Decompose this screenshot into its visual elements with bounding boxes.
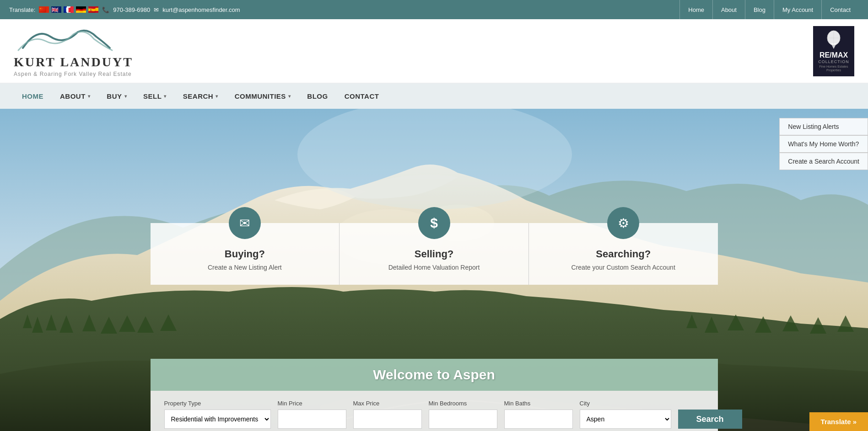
remax-balloon-icon — [825, 30, 843, 50]
cta-searching[interactable]: ⚙ Searching? Create your Custom Search A… — [529, 223, 718, 285]
welcome-text: Welcome to Aspen — [373, 367, 495, 382]
flag-de[interactable]: 🇩🇪 — [76, 6, 86, 13]
top-bar-left: Translate: 🇨🇳 🇬🇧 🇫🇷 🇩🇪 🇪🇸 📞 970-389-6980… — [9, 6, 240, 13]
nav-communities[interactable]: COMMUNITIES ▾ — [226, 83, 299, 109]
chevron-sell-icon: ▾ — [164, 94, 167, 99]
gear-icon: ⚙ — [618, 216, 629, 231]
min-bedrooms-input[interactable] — [429, 410, 497, 429]
max-price-input[interactable] — [353, 410, 422, 429]
max-price-label: Max Price — [353, 400, 422, 407]
selling-icon-circle: $ — [418, 207, 450, 239]
min-price-group: Min Price — [278, 400, 346, 429]
nav-about[interactable]: ABOUT ▾ — [52, 83, 98, 109]
chevron-communities-icon: ▾ — [288, 94, 291, 99]
max-price-group: Max Price — [353, 400, 422, 429]
city-label: City — [580, 400, 671, 407]
top-bar-nav: Home About Blog My Account Contact — [679, 0, 859, 19]
search-panel: Welcome to Aspen Property Type Residenti… — [151, 359, 718, 431]
chevron-about-icon: ▾ — [88, 94, 91, 99]
nav-blog[interactable]: BLOG — [299, 83, 336, 109]
selling-title: Selling? — [415, 248, 454, 260]
envelope-icon: ✉ — [239, 216, 250, 231]
topnav-home[interactable]: Home — [679, 0, 712, 19]
nav-search[interactable]: SEARCH ▾ — [175, 83, 226, 109]
nav-home[interactable]: HOME — [14, 83, 52, 109]
logo-svg — [14, 25, 114, 53]
search-button[interactable]: Search — [678, 410, 742, 429]
translate-label: Translate: — [9, 6, 35, 13]
search-welcome-banner: Welcome to Aspen — [151, 359, 718, 391]
dollar-icon: $ — [430, 215, 438, 231]
phone-icon: 📞 — [102, 6, 109, 13]
flag-cn[interactable]: 🇨🇳 — [39, 6, 49, 13]
flag-uk[interactable]: 🇬🇧 — [51, 6, 61, 13]
remax-fine-text: Fine Homes Estates Properties — [815, 65, 852, 73]
buying-icon-circle: ✉ — [229, 207, 261, 239]
searching-subtitle: Create your Custom Search Account — [571, 264, 675, 271]
property-type-label: Property Type — [164, 400, 271, 407]
min-baths-group: Min Baths — [504, 400, 573, 429]
buying-subtitle: Create a New Listing Alert — [208, 264, 282, 271]
logo-tagline: Aspen & Roaring Fork Valley Real Estate — [14, 71, 132, 77]
flag-es[interactable]: 🇪🇸 — [88, 6, 98, 13]
header: KURT LANDUYT Aspen & Roaring Fork Valley… — [0, 19, 868, 83]
email-address: kurt@aspenhomesfinder.com — [162, 6, 240, 13]
hero: New Listing Alerts What's My Home Worth?… — [0, 109, 868, 431]
cta-buying[interactable]: ✉ Buying? Create a New Listing Alert — [151, 223, 340, 285]
logo-area: KURT LANDUYT Aspen & Roaring Fork Valley… — [14, 25, 133, 77]
top-bar: Translate: 🇨🇳 🇬🇧 🇫🇷 🇩🇪 🇪🇸 📞 970-389-6980… — [0, 0, 868, 19]
new-listing-alerts-btn[interactable]: New Listing Alerts — [779, 118, 868, 135]
property-type-select[interactable]: Residential with Improvements Vacant Lan… — [164, 410, 271, 429]
min-baths-label: Min Baths — [504, 400, 573, 407]
nav-sell[interactable]: SELL ▾ — [135, 83, 175, 109]
main-nav: HOME ABOUT ▾ BUY ▾ SELL ▾ SEARCH ▾ COMMU… — [0, 83, 868, 109]
chevron-buy-icon: ▾ — [124, 94, 127, 99]
selling-subtitle: Detailed Home Valuation Report — [388, 264, 480, 271]
topnav-myaccount[interactable]: My Account — [774, 0, 821, 19]
city-select[interactable]: Aspen Basalt Carbondale Glenwood Springs… — [580, 410, 671, 429]
buying-title: Buying? — [225, 248, 265, 260]
remax-text: RE/MAX — [819, 51, 848, 59]
remax-collection: COLLECTION — [818, 59, 849, 64]
topnav-about[interactable]: About — [712, 0, 745, 19]
city-group: City Aspen Basalt Carbondale Glenwood Sp… — [580, 400, 671, 429]
min-price-label: Min Price — [278, 400, 346, 407]
email-icon: ✉ — [154, 6, 159, 13]
nav-contact[interactable]: CONTACT — [336, 83, 388, 109]
min-bedrooms-group: Min Bedrooms — [429, 400, 497, 429]
remax-badge: RE/MAX COLLECTION Fine Homes Estates Pro… — [813, 26, 854, 76]
nav-buy[interactable]: BUY ▾ — [98, 83, 135, 109]
translate-bar[interactable]: Translate » — [809, 412, 868, 431]
min-bedrooms-label: Min Bedrooms — [429, 400, 497, 407]
sidebar-buttons: New Listing Alerts What's My Home Worth?… — [779, 118, 868, 170]
search-form: Property Type Residential with Improveme… — [151, 391, 718, 431]
property-type-group: Property Type Residential with Improveme… — [164, 400, 271, 429]
create-search-account-btn[interactable]: Create a Search Account — [779, 153, 868, 170]
searching-title: Searching? — [596, 248, 651, 260]
topnav-contact[interactable]: Contact — [821, 0, 859, 19]
whats-my-home-worth-btn[interactable]: What's My Home Worth? — [779, 135, 868, 153]
logo-name: KURT LANDUYT — [14, 55, 133, 69]
phone-number: 970-389-6980 — [113, 6, 150, 13]
min-baths-input[interactable] — [504, 410, 573, 429]
flag-group: 🇨🇳 🇬🇧 🇫🇷 🇩🇪 🇪🇸 — [39, 6, 98, 13]
searching-icon-circle: ⚙ — [607, 207, 639, 239]
cta-row: ✉ Buying? Create a New Listing Alert $ S… — [151, 223, 718, 285]
flag-fr[interactable]: 🇫🇷 — [64, 6, 74, 13]
topnav-blog[interactable]: Blog — [745, 0, 774, 19]
min-price-input[interactable] — [278, 410, 346, 429]
cta-selling[interactable]: $ Selling? Detailed Home Valuation Repor… — [340, 223, 529, 285]
chevron-search-icon: ▾ — [216, 94, 218, 99]
